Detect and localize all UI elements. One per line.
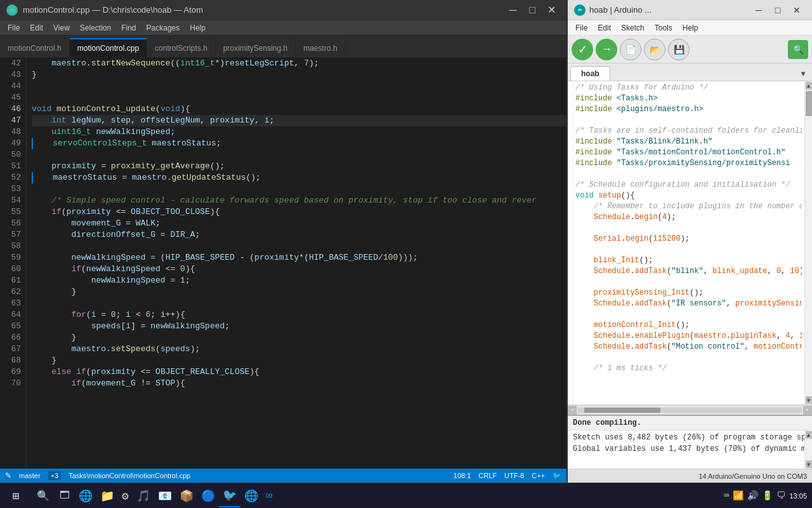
code-line-54: /* Simple speed control - calculate forw… (32, 195, 566, 206)
editor-tab-bar: motionControl.h motionControl.cpp contro… (0, 36, 566, 58)
git-branch-label: master (19, 472, 41, 479)
code-line-68: } (32, 355, 566, 366)
arduino-line-12: /* Remember to include plugins in the nu… (575, 201, 802, 212)
code-area[interactable]: 42 43 44 45 46 47 48 49 50 51 52 53 54 5… (0, 58, 566, 469)
tray-volume-icon: 🔊 (747, 490, 758, 501)
taskbar-search[interactable]: 🔍 (32, 485, 55, 507)
arduino-line-15: Serial.begin(115200); (575, 234, 802, 244)
code-line-64: for(i = 0; i < 6; i++){ (32, 309, 566, 321)
arduino-line-22 (575, 309, 802, 320)
arduino-code-area[interactable]: /* Using Tasks for Arduino */ #include <… (568, 81, 812, 404)
menu-view[interactable]: View (48, 22, 75, 34)
arduino-line-2: #include <Tasks.h> (575, 93, 802, 104)
arduino-line-5: /* Tasks are in self-contained folders f… (575, 126, 802, 137)
tab-motioncontrol-h[interactable]: motionControl.h (0, 38, 70, 57)
code-line-61: newWalkingSpeed = 1; (32, 275, 566, 286)
tray-network-icon: 📶 (733, 490, 743, 501)
arduino-line-4 (575, 115, 802, 126)
code-line-51: proximity = proximity_getAverage(); (32, 161, 566, 172)
tab-motioncontrol-cpp[interactable]: motionControl.cpp (70, 38, 147, 57)
code-content[interactable]: maestro.startNewSequence((int16_t*)reset… (27, 58, 566, 469)
taskbar-item-settings[interactable]: ⚙ (118, 485, 133, 507)
arduino-line-25: Schedule.addTask("Motion control", motio… (575, 342, 802, 352)
code-line-45 (32, 92, 566, 104)
arduino-menu-sketch[interactable]: Sketch (616, 22, 650, 34)
tab-dropdown-button[interactable]: ▼ (797, 68, 809, 81)
arduino-line-6: #include "Tasks/Blink/Blink.h" (575, 137, 802, 147)
start-button[interactable]: ⊞ (0, 483, 32, 509)
menu-selection[interactable]: Selection (75, 22, 116, 34)
arduino-maximize-button[interactable]: □ (769, 3, 787, 17)
taskbar-item-twitter[interactable]: 🐦 (219, 485, 240, 507)
verify-button[interactable]: ✓ (572, 39, 593, 60)
close-button[interactable]: ✕ (542, 3, 560, 17)
tab-maestro-h[interactable]: maestro.h (296, 38, 345, 57)
tray-battery-icon: 🔋 (762, 490, 773, 501)
arduino-line-19 (575, 277, 802, 288)
file-path: Tasks\motionControl\motionControl.cpp (69, 472, 190, 479)
tray-notifications-icon: 🗨 (776, 491, 785, 501)
code-line-56: movement_G = WALK; (32, 218, 566, 229)
console-line-1: Sketch uses 8,482 bytes (26%) of program… (568, 432, 812, 443)
arduino-line-9 (575, 169, 802, 180)
arduino-line-27: /* 1 ms ticks */ (575, 363, 802, 374)
twitter-icon: 🐦 (553, 472, 561, 480)
arduino-code-content[interactable]: /* Using Tasks for Arduino */ #include <… (573, 81, 804, 404)
menu-find[interactable]: Find (116, 22, 141, 34)
menu-file[interactable]: File (3, 22, 25, 34)
arduino-line-1: /* Using Tasks for Arduino */ (575, 83, 802, 93)
taskbar-item-arduino[interactable]: ∞ (262, 485, 277, 507)
open-sketch-button[interactable]: 📂 (644, 39, 665, 60)
console-scroll-right[interactable]: ▲ ▼ (804, 431, 812, 469)
taskbar-item-blue[interactable]: 🔵 (197, 485, 219, 507)
arduino-menu-tools[interactable]: Tools (650, 22, 678, 34)
code-line-50 (32, 149, 566, 161)
arduino-line-14 (575, 223, 802, 234)
code-line-62: } (32, 286, 566, 298)
code-line-44 (32, 81, 566, 92)
taskbar-taskview[interactable]: 🗔 (55, 485, 75, 507)
console-status-line: Done compiling. (568, 416, 812, 431)
code-line-67: maestro.setSpeeds(speeds); (32, 344, 566, 355)
code-line-70: if(movement_G != STOP){ (32, 378, 566, 389)
new-sketch-button[interactable]: 📄 (620, 39, 641, 60)
menu-edit[interactable]: Edit (25, 22, 48, 34)
console-output: Sketch uses 8,482 bytes (26%) of program… (568, 431, 812, 469)
code-line-69: else if(proximity <= OBJECT_REALLY_CLOSE… (32, 366, 566, 378)
tab-controlscripts-h[interactable]: controlScripts.h (147, 38, 216, 57)
menu-packages[interactable]: Packages (141, 22, 185, 34)
minimize-button[interactable]: ─ (504, 3, 522, 17)
arduino-hscrollbar[interactable]: ◄ ► (568, 404, 812, 415)
tab-proximitysensing-h[interactable]: proximitySensing.h (216, 38, 296, 57)
taskbar-item-chrome[interactable]: 🌐 (240, 485, 262, 507)
git-branch-icon: ✎ (5, 471, 11, 480)
code-line-66: } (32, 332, 566, 344)
arduino-scroll-left (568, 81, 573, 404)
arduino-window-title: hoab | Arduino ... (589, 5, 652, 15)
taskbar-item-mail[interactable]: 📧 (154, 485, 176, 507)
code-line-42: maestro.startNewSequence((int16_t*)reset… (32, 58, 566, 69)
arduino-menu-file[interactable]: File (570, 22, 593, 34)
arduino-menu-edit[interactable]: Edit (593, 22, 616, 34)
arduino-vscrollbar[interactable]: ▲ ▼ (804, 81, 812, 404)
upload-button[interactable]: → (596, 39, 617, 60)
taskbar-item-edge[interactable]: 🌐 (75, 485, 96, 507)
arduino-minimize-button[interactable]: ─ (750, 3, 768, 17)
taskbar-item-explorer[interactable]: 📁 (96, 485, 118, 507)
arduino-line-10: /* Schedule configuration and initialisa… (575, 180, 802, 190)
serial-monitor-button[interactable]: 🔍 (788, 40, 808, 59)
arduino-tab-hoab[interactable]: hoab (570, 66, 610, 81)
taskbar-item-media[interactable]: 🎵 (133, 485, 154, 507)
taskbar-item-package[interactable]: 📦 (176, 485, 197, 507)
taskbar: ⊞ 🔍 🗔 🌐 📁 ⚙ 🎵 📧 📦 🔵 (0, 483, 812, 508)
git-changes-badge: +3 (48, 471, 62, 480)
save-sketch-button[interactable]: 💾 (668, 39, 690, 60)
code-line-49: servoControlSteps_t maestroStatus; (32, 138, 566, 149)
atom-status-bar: ✎ master +3 Tasks\motionControl\motionCo… (0, 469, 566, 483)
menu-help[interactable]: Help (185, 22, 211, 34)
code-line-46: void motionControl_update(void){ (32, 104, 566, 115)
code-line-63 (32, 298, 566, 309)
arduino-menu-help[interactable]: Help (678, 22, 704, 34)
arduino-close-button[interactable]: ✕ (788, 3, 806, 17)
maximize-button[interactable]: □ (523, 3, 541, 17)
